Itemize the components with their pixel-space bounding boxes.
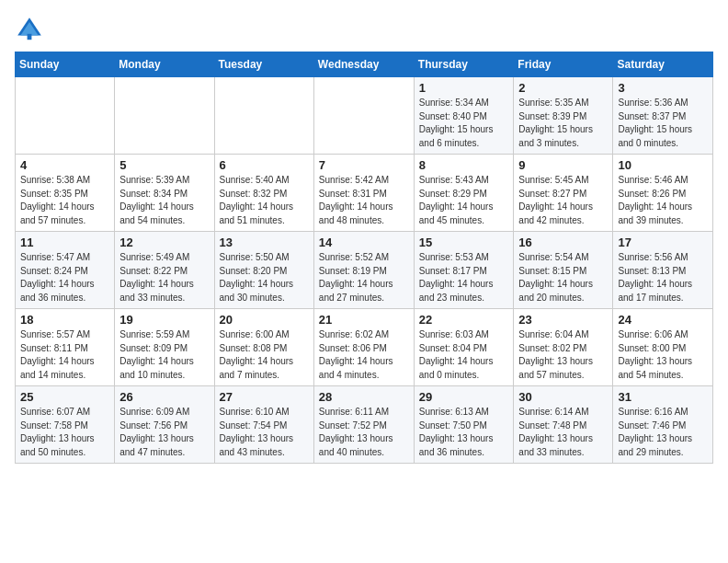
- day-number: 14: [319, 236, 409, 249]
- day-info: Sunrise: 6:16 AM Sunset: 7:46 PM Dayligh…: [618, 406, 708, 459]
- day-header-saturday: Saturday: [613, 52, 713, 77]
- day-info: Sunrise: 6:03 AM Sunset: 8:04 PM Dayligh…: [419, 328, 509, 382]
- day-info: Sunrise: 5:57 AM Sunset: 8:11 PM Dayligh…: [20, 328, 109, 382]
- calendar-cell: 5Sunrise: 5:39 AM Sunset: 8:34 PM Daylig…: [115, 155, 214, 232]
- calendar-cell: 23Sunrise: 6:04 AM Sunset: 8:02 PM Dayli…: [514, 309, 613, 386]
- calendar-cell: 18Sunrise: 5:57 AM Sunset: 8:11 PM Dayli…: [16, 309, 115, 386]
- day-number: 19: [119, 313, 209, 327]
- logo: [15, 15, 48, 44]
- day-info: Sunrise: 5:46 AM Sunset: 8:26 PM Dayligh…: [618, 174, 708, 227]
- calendar-cell: 28Sunrise: 6:11 AM Sunset: 7:52 PM Dayli…: [313, 386, 414, 464]
- svg-rect-2: [28, 34, 32, 40]
- day-header-monday: Monday: [115, 52, 214, 77]
- calendar-cell: 14Sunrise: 5:52 AM Sunset: 8:19 PM Dayli…: [313, 232, 414, 309]
- calendar-cell: 3Sunrise: 5:36 AM Sunset: 8:37 PM Daylig…: [613, 77, 713, 155]
- day-number: 1: [419, 81, 509, 95]
- day-number: 8: [419, 158, 509, 172]
- calendar-cell: [16, 77, 115, 155]
- calendar-week-4: 25Sunrise: 6:07 AM Sunset: 7:58 PM Dayli…: [16, 386, 713, 464]
- calendar-cell: 15Sunrise: 5:53 AM Sunset: 8:17 PM Dayli…: [414, 232, 514, 309]
- day-number: 13: [220, 236, 309, 249]
- day-info: Sunrise: 5:35 AM Sunset: 8:39 PM Dayligh…: [518, 97, 608, 150]
- calendar-cell: 2Sunrise: 5:35 AM Sunset: 8:39 PM Daylig…: [514, 77, 613, 155]
- day-info: Sunrise: 5:34 AM Sunset: 8:40 PM Dayligh…: [419, 97, 509, 150]
- day-info: Sunrise: 6:14 AM Sunset: 7:48 PM Dayligh…: [518, 406, 608, 459]
- calendar-header-row: SundayMondayTuesdayWednesdayThursdayFrid…: [16, 52, 713, 77]
- calendar-cell: 13Sunrise: 5:50 AM Sunset: 8:20 PM Dayli…: [214, 232, 313, 309]
- calendar-cell: 9Sunrise: 5:45 AM Sunset: 8:27 PM Daylig…: [514, 155, 613, 232]
- calendar-cell: 24Sunrise: 6:06 AM Sunset: 8:00 PM Dayli…: [613, 309, 713, 386]
- day-info: Sunrise: 5:53 AM Sunset: 8:17 PM Dayligh…: [419, 251, 509, 304]
- calendar-cell: [313, 77, 414, 155]
- day-number: 31: [618, 390, 708, 404]
- calendar-cell: 4Sunrise: 5:38 AM Sunset: 8:35 PM Daylig…: [16, 155, 115, 232]
- day-header-thursday: Thursday: [414, 52, 514, 77]
- day-number: 21: [319, 313, 409, 327]
- logo-icon: [15, 15, 44, 44]
- calendar-week-1: 4Sunrise: 5:38 AM Sunset: 8:35 PM Daylig…: [16, 155, 713, 232]
- day-header-wednesday: Wednesday: [313, 52, 414, 77]
- day-info: Sunrise: 5:42 AM Sunset: 8:31 PM Dayligh…: [319, 174, 409, 227]
- day-info: Sunrise: 6:11 AM Sunset: 7:52 PM Dayligh…: [319, 406, 409, 459]
- calendar-cell: 29Sunrise: 6:13 AM Sunset: 7:50 PM Dayli…: [414, 386, 514, 464]
- day-number: 28: [319, 390, 409, 404]
- calendar-cell: 21Sunrise: 6:02 AM Sunset: 8:06 PM Dayli…: [313, 309, 414, 386]
- calendar-cell: [115, 77, 214, 155]
- day-info: Sunrise: 5:49 AM Sunset: 8:22 PM Dayligh…: [119, 251, 209, 304]
- calendar-cell: 8Sunrise: 5:43 AM Sunset: 8:29 PM Daylig…: [414, 155, 514, 232]
- calendar-cell: 1Sunrise: 5:34 AM Sunset: 8:40 PM Daylig…: [414, 77, 514, 155]
- day-number: 17: [618, 236, 708, 249]
- day-info: Sunrise: 6:09 AM Sunset: 7:56 PM Dayligh…: [119, 406, 209, 459]
- day-info: Sunrise: 6:07 AM Sunset: 7:58 PM Dayligh…: [20, 406, 109, 459]
- day-info: Sunrise: 5:39 AM Sunset: 8:34 PM Dayligh…: [119, 174, 209, 227]
- day-info: Sunrise: 5:45 AM Sunset: 8:27 PM Dayligh…: [518, 174, 608, 227]
- day-number: 18: [20, 313, 109, 327]
- day-number: 2: [518, 81, 608, 95]
- calendar-cell: 11Sunrise: 5:47 AM Sunset: 8:24 PM Dayli…: [16, 232, 115, 309]
- calendar-cell: 20Sunrise: 6:00 AM Sunset: 8:08 PM Dayli…: [214, 309, 313, 386]
- day-info: Sunrise: 6:04 AM Sunset: 8:02 PM Dayligh…: [518, 328, 608, 382]
- day-number: 22: [419, 313, 509, 327]
- day-number: 11: [20, 236, 109, 249]
- day-number: 25: [20, 390, 109, 404]
- day-number: 27: [220, 390, 309, 404]
- calendar-table: SundayMondayTuesdayWednesdayThursdayFrid…: [15, 52, 713, 464]
- calendar-cell: [214, 77, 313, 155]
- day-info: Sunrise: 5:43 AM Sunset: 8:29 PM Dayligh…: [419, 174, 509, 227]
- day-info: Sunrise: 6:02 AM Sunset: 8:06 PM Dayligh…: [319, 328, 409, 382]
- calendar-cell: 26Sunrise: 6:09 AM Sunset: 7:56 PM Dayli…: [115, 386, 214, 464]
- day-number: 29: [419, 390, 509, 404]
- day-info: Sunrise: 5:56 AM Sunset: 8:13 PM Dayligh…: [618, 251, 708, 304]
- day-number: 3: [618, 81, 708, 95]
- calendar-cell: 19Sunrise: 5:59 AM Sunset: 8:09 PM Dayli…: [115, 309, 214, 386]
- calendar-cell: 7Sunrise: 5:42 AM Sunset: 8:31 PM Daylig…: [313, 155, 414, 232]
- day-info: Sunrise: 5:36 AM Sunset: 8:37 PM Dayligh…: [618, 97, 708, 150]
- day-number: 16: [518, 236, 608, 249]
- day-info: Sunrise: 5:59 AM Sunset: 8:09 PM Dayligh…: [119, 328, 209, 382]
- day-number: 9: [518, 158, 608, 172]
- calendar-week-3: 18Sunrise: 5:57 AM Sunset: 8:11 PM Dayli…: [16, 309, 713, 386]
- day-number: 20: [220, 313, 309, 327]
- day-number: 24: [618, 313, 708, 327]
- day-number: 23: [518, 313, 608, 327]
- calendar-cell: 25Sunrise: 6:07 AM Sunset: 7:58 PM Dayli…: [16, 386, 115, 464]
- day-number: 15: [419, 236, 509, 249]
- day-number: 30: [518, 390, 608, 404]
- day-header-sunday: Sunday: [16, 52, 115, 77]
- calendar-cell: 6Sunrise: 5:40 AM Sunset: 8:32 PM Daylig…: [214, 155, 313, 232]
- calendar-week-2: 11Sunrise: 5:47 AM Sunset: 8:24 PM Dayli…: [16, 232, 713, 309]
- day-info: Sunrise: 5:52 AM Sunset: 8:19 PM Dayligh…: [319, 251, 409, 304]
- day-number: 7: [319, 158, 409, 172]
- day-number: 6: [220, 158, 309, 172]
- calendar-cell: 31Sunrise: 6:16 AM Sunset: 7:46 PM Dayli…: [613, 386, 713, 464]
- calendar-cell: 12Sunrise: 5:49 AM Sunset: 8:22 PM Dayli…: [115, 232, 214, 309]
- day-number: 5: [119, 158, 209, 172]
- calendar-cell: 16Sunrise: 5:54 AM Sunset: 8:15 PM Dayli…: [514, 232, 613, 309]
- day-info: Sunrise: 5:38 AM Sunset: 8:35 PM Dayligh…: [20, 174, 109, 227]
- calendar-cell: 10Sunrise: 5:46 AM Sunset: 8:26 PM Dayli…: [613, 155, 713, 232]
- calendar-cell: 22Sunrise: 6:03 AM Sunset: 8:04 PM Dayli…: [414, 309, 514, 386]
- day-header-friday: Friday: [514, 52, 613, 77]
- calendar-cell: 30Sunrise: 6:14 AM Sunset: 7:48 PM Dayli…: [514, 386, 613, 464]
- day-info: Sunrise: 6:00 AM Sunset: 8:08 PM Dayligh…: [220, 328, 309, 382]
- page-header: [15, 15, 713, 44]
